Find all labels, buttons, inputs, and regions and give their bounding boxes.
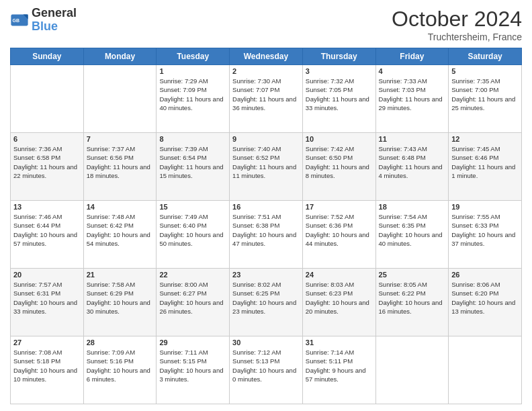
sunrise-text: Sunrise: 8:02 AM [232, 280, 300, 289]
calendar-cell-0-0 [11, 65, 84, 133]
calendar-cell-3-4: 24Sunrise: 8:03 AMSunset: 6:23 PMDayligh… [302, 269, 375, 336]
calendar-cell-1-0: 6Sunrise: 7:36 AMSunset: 6:58 PMDaylight… [11, 133, 84, 201]
calendar-cell-1-3: 9Sunrise: 7:40 AMSunset: 6:52 PMDaylight… [230, 133, 303, 201]
day-number: 19 [451, 203, 519, 211]
calendar-cell-1-5: 11Sunrise: 7:43 AMSunset: 6:48 PMDayligh… [375, 133, 449, 201]
daylight-text: Daylight: 11 hours and 1 minute. [451, 163, 519, 181]
calendar-cell-2-5: 18Sunrise: 7:54 AMSunset: 6:35 PMDayligh… [375, 201, 449, 269]
calendar-cell-2-2: 15Sunrise: 7:49 AMSunset: 6:40 PMDayligh… [157, 201, 230, 269]
sunrise-text: Sunrise: 7:11 AM [159, 348, 226, 357]
calendar-week-2: 6Sunrise: 7:36 AMSunset: 6:58 PMDaylight… [11, 133, 522, 201]
day-info: Sunrise: 7:57 AMSunset: 6:31 PMDaylight:… [13, 280, 81, 316]
sunrise-text: Sunrise: 8:05 AM [379, 280, 446, 289]
sunset-text: Sunset: 6:22 PM [379, 289, 446, 298]
calendar-week-5: 27Sunrise: 7:08 AMSunset: 5:18 PMDayligh… [11, 336, 522, 404]
sunset-text: Sunset: 6:33 PM [451, 221, 519, 230]
calendar-cell-4-6 [449, 336, 522, 404]
calendar-cell-3-1: 21Sunrise: 7:58 AMSunset: 6:29 PMDayligh… [83, 269, 157, 336]
sunrise-text: Sunrise: 7:42 AM [306, 144, 373, 153]
day-number: 3 [306, 67, 373, 75]
sunrise-text: Sunrise: 7:46 AM [13, 212, 81, 221]
daylight-text: Daylight: 11 hours and 40 minutes. [159, 95, 226, 113]
daylight-text: Daylight: 10 hours and 6 minutes. [87, 366, 154, 384]
header-saturday: Saturday [449, 48, 522, 65]
calendar-cell-1-6: 12Sunrise: 7:45 AMSunset: 6:46 PMDayligh… [449, 133, 522, 201]
day-number: 26 [451, 271, 519, 279]
day-info: Sunrise: 7:29 AMSunset: 7:09 PMDaylight:… [159, 77, 226, 112]
daylight-text: Daylight: 10 hours and 57 minutes. [13, 230, 81, 248]
calendar-week-3: 13Sunrise: 7:46 AMSunset: 6:44 PMDayligh… [11, 201, 522, 269]
calendar-table: Sunday Monday Tuesday Wednesday Thursday… [10, 48, 522, 404]
sunset-text: Sunset: 6:35 PM [379, 221, 446, 230]
page: GB General Blue October 2024 Truchtershe… [0, 0, 532, 411]
sunset-text: Sunset: 5:13 PM [232, 357, 300, 365]
day-number: 27 [13, 338, 81, 347]
header-monday: Monday [83, 48, 157, 65]
sunrise-text: Sunrise: 7:45 AM [451, 144, 519, 153]
day-info: Sunrise: 7:55 AMSunset: 6:33 PMDaylight:… [451, 212, 519, 248]
daylight-text: Daylight: 10 hours and 26 minutes. [159, 298, 226, 316]
day-number: 13 [13, 203, 81, 211]
sunrise-text: Sunrise: 7:08 AM [13, 348, 81, 357]
day-info: Sunrise: 7:58 AMSunset: 6:29 PMDaylight:… [87, 280, 154, 316]
sunrise-text: Sunrise: 7:49 AM [159, 212, 226, 221]
day-info: Sunrise: 7:32 AMSunset: 7:05 PMDaylight:… [306, 77, 373, 112]
sunset-text: Sunset: 6:20 PM [451, 289, 519, 298]
calendar-cell-2-3: 16Sunrise: 7:51 AMSunset: 6:38 PMDayligh… [230, 201, 303, 269]
day-info: Sunrise: 7:11 AMSunset: 5:15 PMDaylight:… [159, 348, 226, 383]
daylight-text: Daylight: 11 hours and 25 minutes. [451, 95, 519, 113]
day-number: 4 [379, 67, 446, 75]
day-info: Sunrise: 7:40 AMSunset: 6:52 PMDaylight:… [232, 144, 300, 180]
day-number: 10 [306, 135, 373, 143]
calendar-cell-3-0: 20Sunrise: 7:57 AMSunset: 6:31 PMDayligh… [11, 269, 84, 336]
sunset-text: Sunset: 6:38 PM [232, 221, 300, 230]
calendar-cell-4-4: 31Sunrise: 7:14 AMSunset: 5:11 PMDayligh… [302, 336, 375, 404]
day-info: Sunrise: 7:39 AMSunset: 6:54 PMDaylight:… [159, 144, 226, 180]
day-number: 28 [87, 338, 154, 347]
sunset-text: Sunset: 6:50 PM [306, 153, 373, 162]
calendar-cell-2-0: 13Sunrise: 7:46 AMSunset: 6:44 PMDayligh… [11, 201, 84, 269]
sunrise-text: Sunrise: 7:54 AM [379, 212, 446, 221]
daylight-text: Daylight: 11 hours and 33 minutes. [306, 95, 373, 113]
sunset-text: Sunset: 5:15 PM [159, 357, 226, 365]
sunset-text: Sunset: 6:42 PM [87, 221, 154, 230]
daylight-text: Daylight: 10 hours and 20 minutes. [306, 298, 373, 316]
daylight-text: Daylight: 10 hours and 50 minutes. [159, 230, 226, 248]
day-info: Sunrise: 8:02 AMSunset: 6:25 PMDaylight:… [232, 280, 300, 316]
daylight-text: Daylight: 10 hours and 54 minutes. [87, 230, 154, 248]
calendar-header-row: Sunday Monday Tuesday Wednesday Thursday… [11, 48, 522, 65]
calendar-cell-0-5: 4Sunrise: 7:33 AMSunset: 7:03 PMDaylight… [375, 65, 449, 133]
sunset-text: Sunset: 6:56 PM [87, 153, 154, 162]
day-info: Sunrise: 7:48 AMSunset: 6:42 PMDaylight:… [87, 212, 154, 248]
daylight-text: Daylight: 10 hours and 30 minutes. [87, 298, 154, 316]
header-friday: Friday [375, 48, 449, 65]
day-number: 5 [451, 67, 519, 75]
sunset-text: Sunset: 6:48 PM [379, 153, 446, 162]
calendar-cell-3-6: 26Sunrise: 8:06 AMSunset: 6:20 PMDayligh… [449, 269, 522, 336]
daylight-text: Daylight: 10 hours and 37 minutes. [451, 230, 519, 248]
day-info: Sunrise: 7:37 AMSunset: 6:56 PMDaylight:… [87, 144, 154, 180]
sunset-text: Sunset: 5:16 PM [87, 357, 154, 365]
sunset-text: Sunset: 6:40 PM [159, 221, 226, 230]
day-info: Sunrise: 7:46 AMSunset: 6:44 PMDaylight:… [13, 212, 81, 248]
calendar-cell-2-4: 17Sunrise: 7:52 AMSunset: 6:36 PMDayligh… [302, 201, 375, 269]
sunset-text: Sunset: 6:29 PM [87, 289, 154, 298]
day-number: 1 [159, 67, 226, 75]
day-number: 21 [87, 271, 154, 279]
header-thursday: Thursday [302, 48, 375, 65]
day-info: Sunrise: 7:33 AMSunset: 7:03 PMDaylight:… [379, 77, 446, 112]
day-number: 20 [13, 271, 81, 279]
daylight-text: Daylight: 10 hours and 40 minutes. [379, 230, 446, 248]
header-sunday: Sunday [11, 48, 84, 65]
day-number: 11 [379, 135, 446, 143]
logo-text: General Blue [32, 7, 77, 34]
daylight-text: Daylight: 10 hours and 47 minutes. [232, 230, 300, 248]
day-info: Sunrise: 7:09 AMSunset: 5:16 PMDaylight:… [87, 348, 154, 383]
sunset-text: Sunset: 6:23 PM [306, 289, 373, 298]
calendar-cell-4-0: 27Sunrise: 7:08 AMSunset: 5:18 PMDayligh… [11, 336, 84, 404]
calendar-cell-4-5 [375, 336, 449, 404]
day-info: Sunrise: 7:43 AMSunset: 6:48 PMDaylight:… [379, 144, 446, 180]
calendar-cell-4-3: 30Sunrise: 7:12 AMSunset: 5:13 PMDayligh… [230, 336, 303, 404]
day-info: Sunrise: 8:03 AMSunset: 6:23 PMDaylight:… [306, 280, 373, 316]
sunrise-text: Sunrise: 7:58 AM [87, 280, 154, 289]
